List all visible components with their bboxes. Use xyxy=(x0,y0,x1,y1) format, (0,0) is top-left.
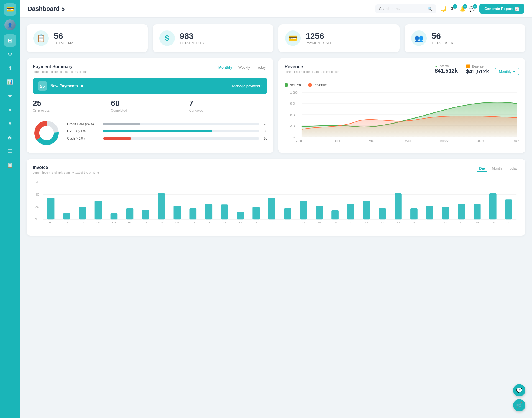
upi-fill xyxy=(103,130,212,132)
cc-label: Credit Card (24%) xyxy=(67,122,100,126)
svg-rect-45 xyxy=(174,206,181,220)
svg-text:15: 15 xyxy=(270,221,273,224)
svg-text:04: 04 xyxy=(97,221,100,224)
sidebar-item-chart[interactable]: 📊 xyxy=(4,76,16,88)
svg-text:22: 22 xyxy=(381,221,384,224)
expense-value: $41,512k xyxy=(466,68,489,75)
legend-dot-profit xyxy=(285,83,288,87)
svg-text:11: 11 xyxy=(207,221,210,224)
svg-rect-31 xyxy=(63,213,70,220)
svg-text:02: 02 xyxy=(65,221,68,224)
invoice-header: Invoice Lorem Ipsum is simply dummy text… xyxy=(33,165,519,174)
legend-revenue: Revenue xyxy=(308,83,327,87)
svg-rect-33 xyxy=(79,207,86,219)
sidebar-item-dashboard[interactable]: ⊞ xyxy=(4,34,16,47)
revenue-meta: ▲ Income $41,512k 🟧 Expense xyxy=(435,64,489,75)
svg-rect-63 xyxy=(316,206,323,220)
invoice-tab-month[interactable]: Month xyxy=(490,165,503,172)
invoice-title: Invoice xyxy=(33,165,99,170)
invoice-panel: Invoice Lorem Ipsum is simply dummy text… xyxy=(27,159,525,236)
new-payments-label: New Payments xyxy=(50,84,229,88)
money-value: 983 xyxy=(180,31,205,40)
generate-report-button[interactable]: Generate Report 📈 xyxy=(479,4,524,14)
stat-card-email: 📋 56 TOTAL EMAIL xyxy=(27,24,148,52)
theme-toggle[interactable]: 🌙 xyxy=(441,6,447,12)
sidebar-item-favorite[interactable]: ♥ xyxy=(4,104,16,116)
stat-user-info: 56 TOTAL USER xyxy=(432,31,454,45)
svg-text:13: 13 xyxy=(239,221,242,224)
sidebar-item-list[interactable]: 📋 xyxy=(4,159,16,171)
svg-text:21: 21 xyxy=(365,221,368,224)
canceled-value: 7 xyxy=(189,99,267,108)
manage-payment-link[interactable]: Manage payment › xyxy=(232,84,262,88)
progress-section: Credit Card (24%) 25 UPI ID (41%) 60 xyxy=(67,122,267,144)
sidebar-logo[interactable]: 💳 xyxy=(4,3,16,16)
sidebar-item-settings[interactable]: ⚙ xyxy=(4,48,16,60)
svg-rect-71 xyxy=(379,208,386,220)
legend-dot-revenue xyxy=(308,83,312,87)
payment-label: PAYMENT SALE xyxy=(306,41,332,45)
search-bar[interactable]: 🔍 xyxy=(375,4,436,13)
chat-icon-btn[interactable]: 💬 5 xyxy=(469,6,475,12)
stat-email-info: 56 TOTAL EMAIL xyxy=(54,31,76,45)
svg-text:May: May xyxy=(440,139,449,142)
bell-icon-btn[interactable]: 🔔 12 xyxy=(459,6,466,12)
stat-on-process: 25 On process xyxy=(33,99,111,112)
stat-completed: 60 Completed xyxy=(111,99,189,112)
svg-rect-61 xyxy=(300,201,307,220)
svg-rect-57 xyxy=(268,198,275,220)
stat-cards-row: 📋 56 TOTAL EMAIL $ 983 TOTAL MONEY 💳 125… xyxy=(27,24,525,52)
fab-group: 💬 🛒 xyxy=(513,384,525,411)
header-icons: 🌙 🛍 2 🔔 12 💬 5 Generate Report 📈 xyxy=(441,4,524,14)
svg-rect-37 xyxy=(111,213,118,220)
svg-text:07: 07 xyxy=(144,221,147,224)
svg-text:Jun: Jun xyxy=(477,139,484,142)
progress-row-cash: Cash (41%) 10 xyxy=(67,137,267,140)
svg-text:0: 0 xyxy=(35,218,37,221)
svg-text:20: 20 xyxy=(349,221,352,224)
user-avatar[interactable]: 👤 xyxy=(4,19,16,30)
middle-row: Payment Summary Lorem ipsum dolor sit am… xyxy=(27,58,525,153)
expense-label: 🟧 Expense xyxy=(466,64,489,68)
sidebar-item-menu[interactable]: ☰ xyxy=(4,145,16,157)
invoice-tab-day[interactable]: Day xyxy=(477,165,487,172)
svg-text:10: 10 xyxy=(191,221,195,224)
svg-rect-87 xyxy=(505,199,512,219)
svg-rect-81 xyxy=(458,204,465,219)
cc-bar xyxy=(103,123,259,125)
sidebar-item-heart2[interactable]: ♥ xyxy=(4,117,16,130)
svg-text:90: 90 xyxy=(290,102,295,105)
cart-icon-btn[interactable]: 🛍 2 xyxy=(451,6,456,12)
svg-rect-69 xyxy=(363,201,370,220)
svg-text:27: 27 xyxy=(460,221,463,224)
svg-rect-29 xyxy=(47,198,55,220)
email-value: 56 xyxy=(54,31,76,40)
user-icon-wrap: 👥 xyxy=(411,30,427,46)
money-label: TOTAL MONEY xyxy=(180,41,205,45)
svg-rect-85 xyxy=(489,193,497,220)
revenue-period-dropdown[interactable]: Monthly ▾ xyxy=(495,68,519,75)
tab-monthly[interactable]: Monthly xyxy=(217,64,234,71)
tab-today[interactable]: Today xyxy=(254,64,267,71)
generate-report-label: Generate Report xyxy=(484,7,513,11)
sidebar-item-info[interactable]: ℹ xyxy=(4,62,16,74)
invoice-tab-today[interactable]: Today xyxy=(506,165,519,172)
stat-money-info: 983 TOTAL MONEY xyxy=(180,31,205,45)
svg-text:23: 23 xyxy=(397,221,400,224)
fab-cart-button[interactable]: 🛒 xyxy=(513,399,525,411)
tab-weekly[interactable]: Weekly xyxy=(237,64,252,71)
svg-rect-53 xyxy=(237,212,244,219)
sidebar-item-star[interactable]: ★ xyxy=(4,90,16,102)
progress-row-cc: Credit Card (24%) 25 xyxy=(67,122,267,126)
sidebar-item-print[interactable]: 🖨 xyxy=(4,131,16,143)
svg-text:20: 20 xyxy=(35,205,39,209)
income-meta: ▲ Income $41,512k xyxy=(435,64,458,75)
svg-text:14: 14 xyxy=(254,221,258,224)
search-input[interactable] xyxy=(379,7,425,11)
fab-chat-button[interactable]: 💬 xyxy=(513,384,525,396)
payment-stats-row: 25 On process 60 Completed 7 Canceled xyxy=(33,99,267,112)
svg-rect-77 xyxy=(426,206,433,220)
email-label: TOTAL EMAIL xyxy=(54,41,76,45)
cc-count: 25 xyxy=(262,122,267,126)
svg-text:16: 16 xyxy=(286,221,289,224)
